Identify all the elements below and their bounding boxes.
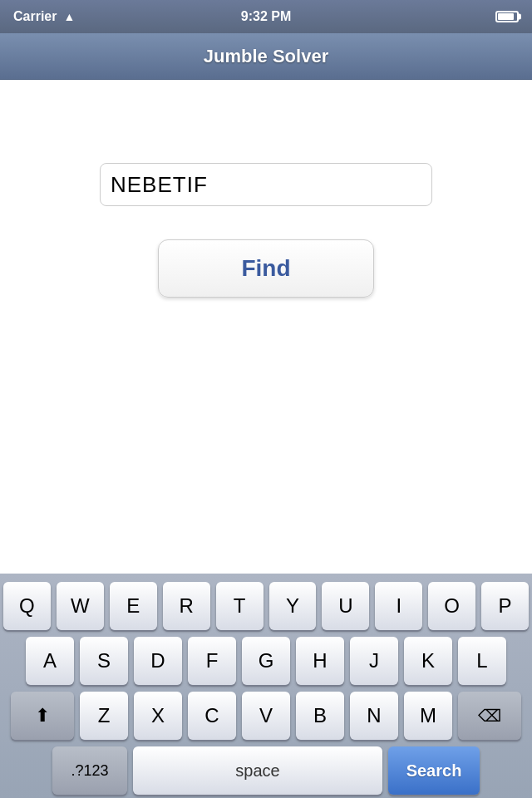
key-k[interactable]: K: [404, 637, 452, 685]
key-l[interactable]: L: [458, 637, 506, 685]
key-h[interactable]: H: [296, 637, 344, 685]
key-g[interactable]: G: [242, 637, 290, 685]
space-key[interactable]: space: [133, 746, 382, 795]
key-y[interactable]: Y: [269, 582, 317, 630]
numeric-key[interactable]: .?123: [52, 746, 127, 795]
backspace-icon: ⌫: [478, 706, 501, 726]
key-s[interactable]: S: [80, 637, 128, 685]
key-x[interactable]: X: [134, 692, 182, 740]
key-a[interactable]: A: [26, 637, 74, 685]
shift-icon: ⬆: [35, 705, 50, 727]
status-right: [495, 11, 519, 22]
key-w[interactable]: W: [57, 582, 104, 630]
key-b[interactable]: B: [296, 692, 344, 740]
status-time: 9:32 PM: [241, 9, 291, 24]
keyboard-row-2: A S D F G H J K L: [3, 637, 529, 685]
nav-bar: Jumble Solver: [0, 33, 532, 80]
find-button[interactable]: Find: [158, 239, 374, 298]
key-q[interactable]: Q: [3, 582, 51, 630]
key-p[interactable]: P: [481, 582, 529, 630]
key-c[interactable]: C: [188, 692, 236, 740]
key-t[interactable]: T: [216, 582, 264, 630]
key-r[interactable]: R: [163, 582, 210, 630]
keyboard-row-1: Q W E R T Y U I O P: [3, 582, 529, 630]
wifi-icon: ▲: [63, 10, 75, 23]
key-z[interactable]: Z: [80, 692, 128, 740]
battery-icon: [495, 11, 519, 22]
keyboard-row-4: .?123 space Search: [3, 746, 529, 795]
status-bar: Carrier ▲ 9:32 PM: [0, 0, 532, 33]
nav-title: Jumble Solver: [204, 46, 328, 67]
key-o[interactable]: O: [428, 582, 475, 630]
key-d[interactable]: D: [134, 637, 182, 685]
key-e[interactable]: E: [110, 582, 157, 630]
keyboard: Q W E R T Y U I O P A S D F G H J K L ⬆ …: [0, 574, 532, 798]
key-j[interactable]: J: [350, 637, 398, 685]
key-v[interactable]: V: [242, 692, 290, 740]
key-f[interactable]: F: [188, 637, 236, 685]
jumble-input[interactable]: [100, 163, 432, 206]
shift-key[interactable]: ⬆: [11, 692, 74, 740]
key-n[interactable]: N: [350, 692, 398, 740]
carrier-label: Carrier: [13, 9, 57, 24]
key-m[interactable]: M: [404, 692, 452, 740]
search-key[interactable]: Search: [388, 746, 480, 795]
keyboard-row-3: ⬆ Z X C V B N M ⌫: [3, 692, 529, 740]
status-left: Carrier ▲: [13, 9, 75, 24]
key-u[interactable]: U: [322, 582, 369, 630]
backspace-key[interactable]: ⌫: [458, 692, 521, 740]
key-i[interactable]: I: [375, 582, 422, 630]
main-content: Find: [0, 80, 532, 574]
